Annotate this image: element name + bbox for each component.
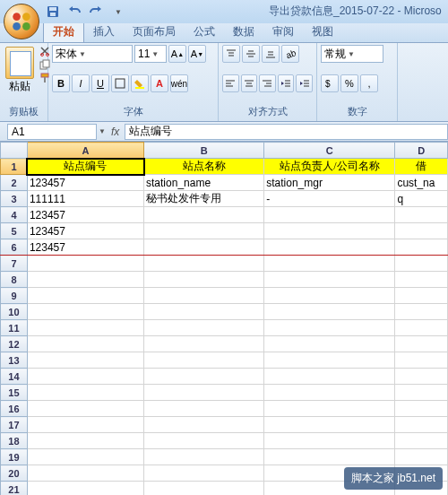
row-header[interactable]: 1: [1, 159, 28, 175]
cell[interactable]: [264, 288, 395, 304]
cell[interactable]: [264, 272, 395, 288]
row-header[interactable]: 8: [1, 272, 28, 288]
cell[interactable]: [395, 369, 448, 385]
cell[interactable]: [144, 320, 264, 336]
row-header[interactable]: 17: [1, 417, 28, 433]
cell[interactable]: 123457: [27, 239, 143, 256]
row-header[interactable]: 4: [1, 207, 28, 223]
cell[interactable]: [144, 449, 264, 465]
tab-3[interactable]: 公式: [185, 22, 224, 42]
cell[interactable]: [144, 465, 264, 482]
cell[interactable]: [395, 352, 448, 369]
cell[interactable]: [395, 304, 448, 320]
fill-color-button[interactable]: [131, 74, 149, 92]
name-box-dropdown-icon[interactable]: ▼: [99, 127, 106, 135]
cell[interactable]: [144, 207, 264, 223]
cell[interactable]: [27, 482, 143, 496]
cell[interactable]: [264, 336, 395, 352]
cell[interactable]: 111111: [27, 191, 143, 207]
cell[interactable]: [395, 320, 448, 336]
cell[interactable]: [264, 449, 395, 465]
tab-4[interactable]: 数据: [224, 22, 263, 42]
font-name-select[interactable]: 宋体▼: [52, 45, 133, 63]
cell[interactable]: [264, 369, 395, 385]
cell[interactable]: [264, 401, 395, 417]
bold-button[interactable]: B: [52, 74, 70, 92]
row-header[interactable]: 21: [1, 482, 28, 496]
decrease-indent-icon[interactable]: [278, 74, 295, 92]
align-right-icon[interactable]: [259, 74, 276, 92]
percent-format-icon[interactable]: %: [340, 74, 358, 92]
cell[interactable]: [144, 417, 264, 433]
name-box[interactable]: A1: [7, 124, 97, 140]
cell[interactable]: [27, 352, 143, 369]
row-header[interactable]: 3: [1, 191, 28, 207]
qat-customize-icon[interactable]: ▼: [108, 3, 127, 21]
cell[interactable]: [27, 369, 143, 385]
row-header[interactable]: 20: [1, 465, 28, 482]
cell[interactable]: 站点名称: [144, 159, 264, 175]
cell[interactable]: cust_na: [395, 175, 448, 191]
cell[interactable]: [144, 239, 264, 256]
decrease-font-icon[interactable]: A▼: [188, 45, 206, 63]
row-header[interactable]: 2: [1, 175, 28, 191]
undo-icon[interactable]: [65, 3, 84, 21]
cell[interactable]: 123457: [27, 175, 143, 191]
align-middle-icon[interactable]: [242, 45, 260, 63]
row-header[interactable]: 18: [1, 433, 28, 449]
worksheet-grid[interactable]: ABCD1站点编号站点名称站点负责人/公司名称借2123457station_n…: [0, 142, 448, 495]
align-bottom-icon[interactable]: [262, 45, 280, 63]
cell[interactable]: [395, 433, 448, 449]
tab-5[interactable]: 审阅: [263, 22, 303, 42]
tab-0[interactable]: 开始: [43, 21, 84, 42]
comma-format-icon[interactable]: ,: [360, 74, 378, 92]
number-format-select[interactable]: 常规▼: [321, 45, 383, 63]
cell[interactable]: [144, 352, 264, 369]
cell[interactable]: [144, 288, 264, 304]
cell[interactable]: [144, 482, 264, 496]
cell[interactable]: [264, 385, 395, 401]
row-header[interactable]: 9: [1, 288, 28, 304]
cell[interactable]: [264, 304, 395, 320]
cell[interactable]: [27, 256, 143, 272]
cell[interactable]: [395, 223, 448, 239]
row-header[interactable]: 10: [1, 304, 28, 320]
cell[interactable]: [264, 256, 395, 272]
paste-button[interactable]: 粘贴: [4, 45, 36, 96]
cell[interactable]: [395, 239, 448, 256]
cell[interactable]: [144, 369, 264, 385]
tab-1[interactable]: 插入: [84, 22, 124, 42]
orientation-icon[interactable]: ab: [281, 45, 299, 63]
cell[interactable]: [395, 401, 448, 417]
cell[interactable]: 站点编号: [27, 159, 143, 175]
cell[interactable]: [27, 449, 143, 465]
row-header[interactable]: 14: [1, 369, 28, 385]
align-center-icon[interactable]: [241, 74, 258, 92]
row-header[interactable]: 15: [1, 385, 28, 401]
cell[interactable]: [264, 417, 395, 433]
cell[interactable]: [264, 239, 395, 256]
cell[interactable]: [144, 401, 264, 417]
cell[interactable]: [27, 417, 143, 433]
fx-icon[interactable]: fx: [111, 126, 119, 138]
save-icon[interactable]: [43, 3, 63, 21]
cell[interactable]: [27, 465, 143, 482]
row-header[interactable]: 19: [1, 449, 28, 465]
cell[interactable]: [144, 336, 264, 352]
col-header[interactable]: C: [264, 143, 395, 159]
cell[interactable]: -: [264, 191, 395, 207]
cell[interactable]: station_mgr: [264, 175, 395, 191]
row-header[interactable]: 11: [1, 320, 28, 336]
cell[interactable]: q: [395, 191, 448, 207]
font-color-button[interactable]: A: [151, 74, 168, 92]
border-button[interactable]: [111, 74, 129, 92]
cell[interactable]: [264, 223, 395, 239]
align-left-icon[interactable]: [222, 74, 239, 92]
cell[interactable]: 站点负责人/公司名称: [264, 159, 395, 175]
redo-icon[interactable]: [86, 3, 106, 21]
increase-font-icon[interactable]: A▲: [168, 45, 186, 63]
cell[interactable]: station_name: [144, 175, 264, 191]
cell[interactable]: [27, 320, 143, 336]
cell[interactable]: [27, 401, 143, 417]
cell[interactable]: 123457: [27, 207, 143, 223]
